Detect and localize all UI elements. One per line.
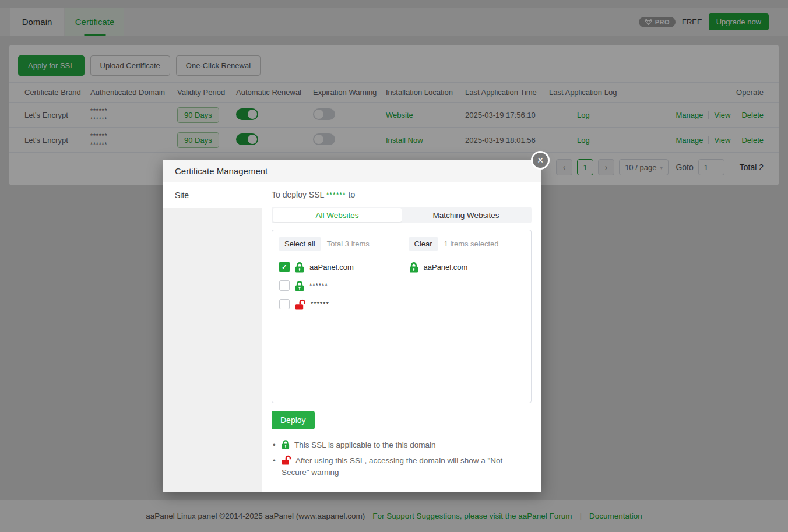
close-icon[interactable]: ✕	[531, 151, 550, 170]
certificate-management-modal: ✕ Certificate Management Site To deploy …	[163, 160, 541, 492]
lock-closed-icon	[409, 262, 418, 273]
modal-header: Certificate Management	[163, 160, 541, 182]
tab-matching-websites-label: Matching Websites	[433, 211, 499, 220]
list-item[interactable]: aaPanel.com	[279, 260, 395, 273]
select-all-button[interactable]: Select all	[279, 237, 321, 251]
lock-open-icon	[295, 299, 305, 310]
website-label-masked: ******	[311, 301, 329, 308]
website-label: aaPanel.com	[309, 263, 354, 272]
tab-all-websites-label: All Websites	[315, 211, 358, 220]
modal-content: To deploy SSL ****** to All Websites Mat…	[262, 182, 541, 492]
legend-text: This SSL is applicable to the this domai…	[294, 441, 436, 449]
sidebar-item-site[interactable]: Site	[163, 182, 262, 208]
deploy-target-line: To deploy SSL ****** to	[272, 190, 532, 199]
available-websites-panel: Select all Total 3 items aaPanel.com	[272, 230, 402, 403]
clear-button[interactable]: Clear	[409, 237, 438, 251]
aapanel-app: Domain Certificate PRO FREE Upgrade now …	[0, 0, 788, 532]
selected-panel-header: Clear 1 items selected	[409, 237, 525, 251]
selected-items-label: 1 items selected	[444, 239, 499, 248]
deploy-prefix: To deploy SSL	[272, 190, 324, 199]
selected-items: aaPanel.com	[409, 260, 525, 273]
website-filter-tabs: All Websites Matching Websites	[272, 207, 532, 223]
deploy-suffix: to	[349, 190, 356, 199]
website-label-masked: ******	[309, 282, 328, 289]
checkbox-unchecked[interactable]	[279, 280, 290, 291]
total-items-label: Total 3 items	[327, 239, 370, 248]
checkbox-checked[interactable]	[279, 262, 290, 272]
tab-all-websites[interactable]: All Websites	[273, 208, 402, 222]
available-items: aaPanel.com ******	[279, 260, 395, 311]
selected-websites-panel: Clear 1 items selected aaPanel.com	[402, 230, 532, 403]
lock-closed-icon	[295, 262, 304, 273]
modal-body: Site To deploy SSL ****** to All Website…	[163, 182, 541, 492]
website-transfer-list: Select all Total 3 items aaPanel.com	[272, 230, 532, 403]
sidebar-item-label: Site	[175, 191, 189, 200]
modal-title: Certificate Management	[175, 166, 268, 176]
tab-matching-websites[interactable]: Matching Websites	[402, 208, 530, 222]
lock-closed-icon	[282, 439, 290, 449]
legend-item-secure: This SSL is applicable to the this domai…	[272, 439, 526, 451]
deploy-cert-masked: ******	[326, 191, 346, 199]
lock-closed-icon	[295, 280, 304, 291]
checkbox-unchecked[interactable]	[279, 299, 290, 309]
legend-item-not-secure: After using this SSL, accessing the doma…	[272, 455, 526, 478]
list-item[interactable]: ******	[279, 279, 395, 292]
available-panel-header: Select all Total 3 items	[279, 237, 395, 251]
deploy-button[interactable]: Deploy	[272, 411, 315, 429]
lock-legend: This SSL is applicable to the this domai…	[272, 439, 526, 478]
list-item[interactable]: ******	[279, 298, 395, 311]
lock-open-icon	[282, 455, 291, 465]
website-label: aaPanel.com	[424, 263, 468, 272]
legend-text: After using this SSL, accessing the doma…	[282, 456, 502, 477]
list-item[interactable]: aaPanel.com	[409, 260, 525, 273]
modal-sidebar: Site	[163, 182, 262, 492]
